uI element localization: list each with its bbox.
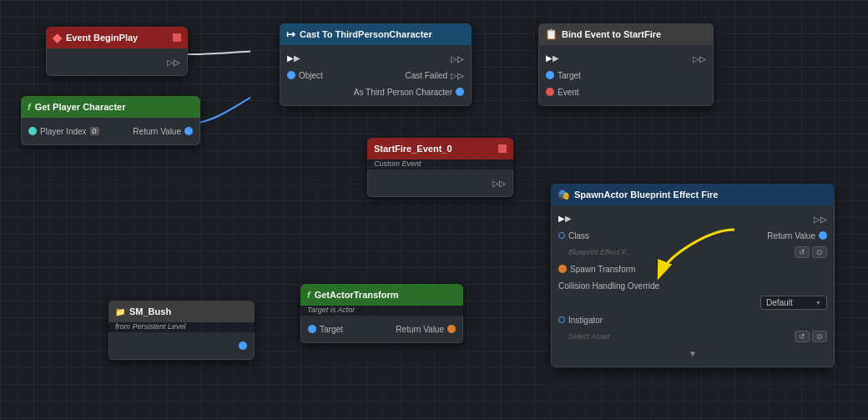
getplayer-index-badge: 0 bbox=[90, 127, 99, 135]
spawn-class-pin bbox=[558, 232, 565, 239]
getactor-body: Target Return Value bbox=[300, 316, 463, 343]
node-cast: ↦ Cast To ThirdPersonCharacter ▶ ▷ Objec… bbox=[280, 23, 472, 106]
bind-target-label: Target bbox=[558, 71, 581, 80]
bind-body: ▶ ▷ Target Event bbox=[538, 45, 714, 106]
cast-object-row: Object Cast Failed ▷ bbox=[280, 67, 471, 83]
cast-object-pin bbox=[287, 71, 295, 79]
smbush-header: 📁 SM_Bush bbox=[108, 301, 255, 322]
node-spawn: 🎭 SpawnActor Blueprint Effect Fire ▶ ▷ C… bbox=[551, 184, 835, 367]
spawn-instigator-browse[interactable]: ⊙ bbox=[812, 331, 827, 342]
startfire-exec-out: ▷ bbox=[492, 179, 506, 188]
spawn-instigator-pin bbox=[558, 316, 565, 323]
spawn-class-value-row: Blueprint Effect F... ↺ ⊙ bbox=[552, 244, 834, 261]
startfire-exec-row: ▷ bbox=[368, 175, 512, 191]
getplayer-icon: f bbox=[28, 102, 31, 112]
startfire-body: ▷ bbox=[367, 170, 513, 197]
startfire-title: StartFire_Event_0 bbox=[374, 144, 452, 154]
spawn-return-label: Return Value bbox=[767, 231, 815, 240]
node-bind: 📋 Bind Event to StartFire ▶ ▷ Target Eve… bbox=[538, 23, 714, 106]
spawn-class-row: Class Return Value bbox=[552, 227, 834, 244]
bind-exec-in: ▶ bbox=[546, 53, 556, 63]
cast-icon: ↦ bbox=[286, 28, 295, 41]
bind-event-pin bbox=[546, 88, 554, 96]
spawn-instigator-label: Instigator bbox=[568, 316, 603, 325]
node-getplayer: f Get Player Character Player Index 0 Re… bbox=[21, 96, 200, 145]
spawn-title: SpawnActor Blueprint Effect Fire bbox=[574, 190, 718, 200]
node-event-beginplay: ◆ Event BeginPlay ▷ bbox=[46, 27, 188, 76]
spawn-class-label: Class bbox=[568, 231, 589, 240]
spawn-header: 🎭 SpawnActor Blueprint Effect Fire bbox=[551, 184, 835, 205]
spawn-selectasset-row: Select Asset ↺ ⊙ bbox=[552, 328, 834, 345]
spawn-collision-dropdown[interactable]: Default bbox=[760, 296, 827, 310]
bind-target-row: Target bbox=[539, 67, 713, 83]
getactor-pins-row: Target Return Value bbox=[301, 321, 462, 337]
bind-event-row: Event bbox=[539, 83, 713, 100]
cast-title: Cast To ThirdPersonCharacter bbox=[300, 29, 432, 39]
spawn-transform-pin bbox=[558, 265, 567, 273]
smbush-return-pin bbox=[239, 342, 247, 350]
cast-header: ↦ Cast To ThirdPersonCharacter bbox=[280, 23, 472, 45]
cast-asthird-label: As Third Person Character bbox=[354, 88, 452, 97]
spawn-collision-value: Default bbox=[766, 298, 793, 307]
spawn-collision-label: Collision Handling Override bbox=[558, 281, 659, 291]
getplayer-return-pin bbox=[184, 127, 193, 135]
cast-exec-in: ▶ bbox=[287, 53, 297, 63]
event-beginplay-body: ▷ bbox=[46, 48, 188, 76]
getactor-target-pin bbox=[308, 325, 316, 333]
spawn-class-value: Blueprint Effect F... bbox=[568, 248, 631, 256]
bind-icon: 📋 bbox=[545, 28, 558, 40]
getplayer-index-label: Player Index bbox=[40, 127, 87, 136]
spawn-class-browse[interactable]: ⊙ bbox=[812, 246, 827, 258]
getplayer-return-label: Return Value bbox=[133, 127, 181, 136]
spawn-transform-label: Spawn Transform bbox=[570, 265, 635, 274]
spawn-collision-dropdown-row: Default bbox=[552, 294, 834, 311]
spawn-collision-arrow bbox=[815, 299, 821, 306]
spawn-class-reset[interactable]: ↺ bbox=[795, 246, 810, 258]
node-smbush: 📁 SM_Bush from Persistent Level bbox=[108, 301, 255, 360]
getplayer-body: Player Index 0 Return Value bbox=[21, 118, 200, 145]
spawn-instigator-reset[interactable]: ↺ bbox=[795, 331, 810, 342]
event-beginplay-icon: ◆ bbox=[53, 31, 62, 44]
cast-failed-label: Cast Failed bbox=[405, 71, 447, 80]
spawn-exec-out: ▷ bbox=[814, 215, 827, 224]
startfire-subtitle: Custom Event bbox=[367, 159, 513, 170]
startfire-header: StartFire_Event_0 bbox=[367, 138, 513, 159]
smbush-pin-row bbox=[109, 337, 254, 354]
bind-event-label: Event bbox=[558, 88, 579, 97]
cast-exec-out: ▷ bbox=[451, 54, 464, 63]
node-getactor: f GetActorTransform Target is Actor Targ… bbox=[300, 284, 463, 343]
spawn-instigator-row: Instigator bbox=[552, 311, 834, 328]
cast-object-label: Object bbox=[299, 71, 323, 80]
event-beginplay-exec-out: ▷ bbox=[167, 58, 180, 67]
smbush-icon: 📁 bbox=[115, 307, 125, 316]
spawn-expand-row: ▼ bbox=[552, 345, 834, 362]
cast-asthird-pin bbox=[456, 88, 464, 96]
cast-asthird-row: As Third Person Character bbox=[280, 83, 471, 100]
getactor-icon: f bbox=[307, 290, 310, 300]
spawn-expand-arrow[interactable]: ▼ bbox=[689, 349, 697, 358]
bind-exec-out: ▷ bbox=[693, 54, 706, 63]
getplayer-title: Get Player Character bbox=[35, 102, 126, 112]
bind-target-pin bbox=[546, 71, 554, 79]
smbush-body bbox=[108, 332, 255, 360]
smbush-subtitle: from Persistent Level bbox=[108, 322, 255, 332]
spawn-exec-row: ▶ ▷ bbox=[552, 210, 834, 227]
cast-failed-pin: ▷ bbox=[451, 71, 464, 80]
spawn-transform-row: Spawn Transform bbox=[552, 261, 834, 277]
bind-header: 📋 Bind Event to StartFire bbox=[538, 23, 714, 45]
getactor-return-label: Return Value bbox=[396, 325, 444, 334]
event-beginplay-red-pin bbox=[173, 33, 181, 42]
getactor-target-label: Target bbox=[320, 325, 343, 334]
getactor-header: f GetActorTransform bbox=[300, 284, 463, 306]
spawn-selectasset-value: Select Asset bbox=[568, 332, 610, 341]
getplayer-header: f Get Player Character bbox=[21, 96, 200, 118]
bind-exec-row: ▶ ▷ bbox=[539, 50, 713, 67]
bind-title: Bind Event to StartFire bbox=[562, 29, 661, 39]
event-beginplay-title: Event BeginPlay bbox=[66, 33, 138, 43]
getplayer-pins-row: Player Index 0 Return Value bbox=[22, 123, 199, 139]
spawn-collision-label-row: Collision Handling Override bbox=[552, 277, 834, 294]
event-beginplay-header: ◆ Event BeginPlay bbox=[46, 27, 188, 48]
getactor-title: GetActorTransform bbox=[315, 290, 399, 300]
getactor-subtitle: Target is Actor bbox=[300, 306, 463, 316]
spawn-icon: 🎭 bbox=[558, 189, 570, 200]
